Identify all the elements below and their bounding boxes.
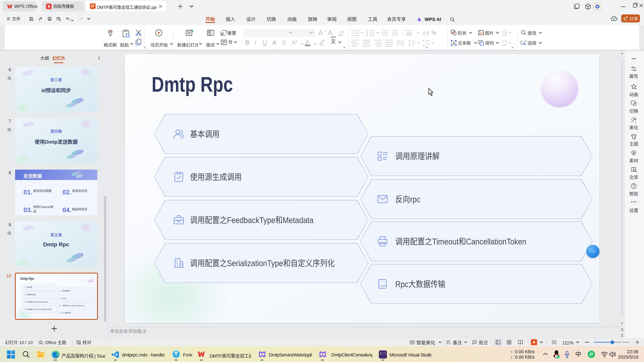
svg-text:A: A [453, 41, 455, 45]
svg-text:A: A [426, 30, 429, 35]
